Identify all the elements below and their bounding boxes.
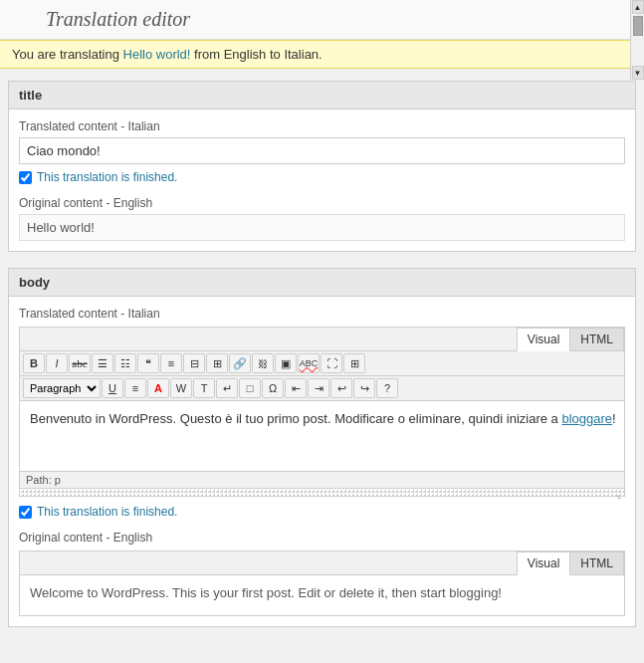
- notice-link[interactable]: Hello world!: [123, 47, 191, 62]
- underline-button[interactable]: U: [102, 378, 123, 398]
- body-finished-checkbox[interactable]: [19, 506, 32, 519]
- original-label: Original content - English: [19, 196, 625, 210]
- tab-visual[interactable]: Visual: [517, 328, 570, 351]
- body-section: body Translated content - Italian Visual…: [8, 268, 636, 627]
- notice-prefix: You are translating: [12, 47, 123, 62]
- toolbar-row-2: Paragraph Heading 1 Heading 2 U ≡ A W T …: [20, 376, 624, 401]
- editor-text: Benvenuto in WordPress. Questo è il tuo …: [30, 409, 618, 429]
- body-original-label: Original content - English: [19, 531, 625, 545]
- editor-tabs: Visual HTML: [20, 328, 624, 351]
- editor-content-area[interactable]: Benvenuto in WordPress. Questo è il tuo …: [20, 401, 624, 471]
- scrollbar-down-arrow[interactable]: ▼: [632, 66, 644, 80]
- translated-label: Translated content - Italian: [19, 119, 625, 133]
- paste-word-button[interactable]: W: [170, 378, 192, 398]
- original-editor-tabs: Visual HTML: [20, 552, 624, 575]
- body-section-header: body: [9, 269, 635, 297]
- help-button[interactable]: ?: [376, 378, 398, 398]
- outdent-button[interactable]: ⇤: [285, 378, 307, 398]
- tab-original-html[interactable]: HTML: [569, 552, 624, 574]
- path-bar: Path: p: [20, 471, 624, 488]
- show-hide-button[interactable]: ⊞: [343, 353, 365, 373]
- align-right-button[interactable]: ⊞: [206, 353, 228, 373]
- remove-format-button[interactable]: ↵: [216, 378, 238, 398]
- toolbar-row-1: B I abc ☰ ☷ ❝ ≡ ⊟ ⊞ 🔗 ⛓ ▣ ABC ⛶ ⊞: [20, 351, 624, 376]
- omega-button[interactable]: Ω: [262, 378, 284, 398]
- notice-bar: You are translating Hello world! from En…: [0, 40, 644, 69]
- ordered-list-button[interactable]: ☷: [114, 353, 136, 373]
- page-header: Translation editor: [0, 0, 644, 40]
- editor-scrollbar[interactable]: ▲ ▼: [630, 0, 644, 80]
- align-center-button[interactable]: ⊟: [183, 353, 205, 373]
- editor-link[interactable]: bloggare: [561, 411, 612, 426]
- format-select[interactable]: Paragraph Heading 1 Heading 2: [23, 378, 101, 398]
- bold-button[interactable]: B: [23, 353, 45, 373]
- justify-button[interactable]: ≡: [124, 378, 146, 398]
- original-content-box: Hello world!: [19, 214, 625, 241]
- notice-suffix: from English to Italian.: [190, 47, 322, 62]
- scrollbar-up-arrow[interactable]: ▲: [632, 0, 644, 14]
- align-left-button[interactable]: ≡: [160, 353, 182, 373]
- fullscreen-button[interactable]: ⛶: [321, 353, 342, 373]
- unordered-list-button[interactable]: ☰: [92, 353, 113, 373]
- paste-text-button[interactable]: T: [193, 378, 215, 398]
- scrollbar-thumb[interactable]: [633, 16, 643, 36]
- indent-button[interactable]: ⇥: [308, 378, 329, 398]
- translated-content-input[interactable]: [19, 137, 625, 164]
- original-content-body: Welcome to WordPress. This is your first…: [20, 575, 624, 615]
- tab-original-visual[interactable]: Visual: [517, 552, 570, 575]
- title-section-header: title: [9, 82, 635, 110]
- spellcheck-button[interactable]: ABC: [298, 353, 320, 373]
- title-section: title Translated content - Italian This …: [8, 81, 636, 252]
- page-title: Translation editor: [46, 8, 628, 31]
- text-color-button[interactable]: A: [147, 378, 169, 398]
- unlink-button[interactable]: ⛓: [252, 353, 274, 373]
- tab-html[interactable]: HTML: [569, 328, 624, 350]
- strikethrough-button[interactable]: abc: [69, 353, 91, 373]
- blockquote-button[interactable]: ❝: [137, 353, 159, 373]
- title-finished-checkbox[interactable]: [19, 171, 32, 184]
- body-translated-label: Translated content - Italian: [19, 307, 625, 321]
- link-button[interactable]: 🔗: [229, 353, 251, 373]
- italic-button[interactable]: I: [46, 353, 68, 373]
- body-finished-label: This translation is finished.: [37, 505, 177, 519]
- undo-button[interactable]: ↩: [330, 378, 352, 398]
- resize-handle[interactable]: ⌞: [20, 488, 624, 496]
- insert-image-button[interactable]: ▣: [275, 353, 297, 373]
- redo-button[interactable]: ↪: [353, 378, 375, 398]
- title-finished-label: This translation is finished.: [37, 170, 177, 184]
- custom-char-button[interactable]: □: [239, 378, 261, 398]
